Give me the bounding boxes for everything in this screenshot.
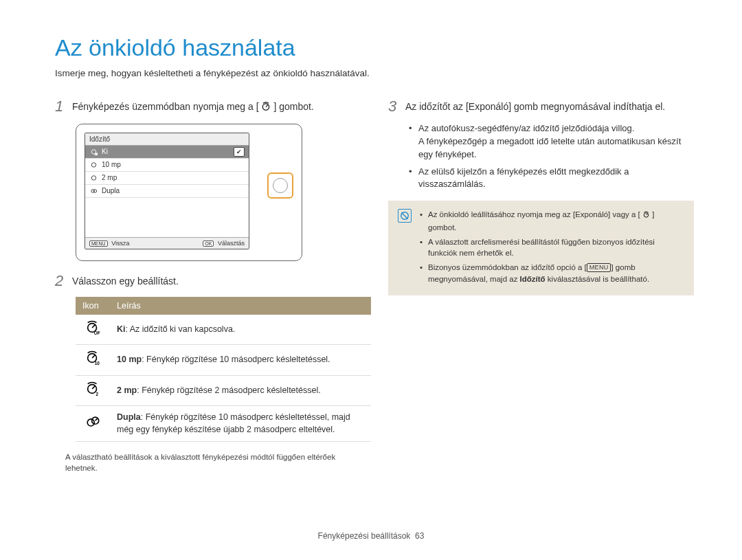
row-rest: : Fénykép rögzítése 10 másodperc késlelt… — [142, 355, 330, 364]
svg-point-4 — [91, 176, 95, 180]
table-row: Dupla: Fénykép rögzítése 10 másodperc ké… — [76, 406, 371, 442]
list-item: Az elülső kijelzőn a fényképezés előtt m… — [409, 166, 694, 192]
menu-chip: MENU — [587, 263, 611, 272]
shutter-button-highlight — [267, 172, 293, 199]
timer-10-icon — [89, 161, 98, 169]
page-title: Az önkioldó használata — [55, 34, 694, 61]
svg-text:OFF: OFF — [94, 153, 97, 155]
row-rest: : Az időzítő ki van kapcsolva. — [126, 324, 236, 334]
menu-item-label: 10 mp — [102, 161, 121, 168]
footer-page: 63 — [415, 531, 424, 541]
step1-after: ] gombot. — [273, 101, 313, 112]
step-text: Fényképezés üzemmódban nyomja meg a [ ] … — [72, 99, 314, 115]
footer-select-label: Választás — [218, 240, 245, 247]
info-list: Az önkioldó leállításához nyomja meg az … — [420, 209, 684, 287]
list-item: Bizonyos üzemmódokban az időzítő opció a… — [420, 262, 684, 284]
table-row: 10 10 mp: Fénykép rögzítése 10 másodperc… — [76, 345, 371, 376]
th-desc: Leírás — [110, 297, 371, 315]
svg-text:10: 10 — [95, 361, 100, 366]
menu-item: 2 mp — [85, 172, 249, 185]
bullet-line1: Az elülső kijelzőn a fényképezés előtt m… — [418, 166, 629, 190]
menu-item-label: 2 mp — [102, 174, 117, 181]
info-icon — [398, 209, 412, 223]
info3-after: kiválasztásával is beállítható. — [546, 275, 650, 283]
step-number: 1 — [55, 99, 65, 115]
row-rest: : Fénykép rögzítése 10 másodperc késlelt… — [117, 412, 350, 434]
table-footnote: A választható beállítások a kiválasztott… — [65, 451, 361, 473]
timer-double-icon — [89, 187, 98, 195]
info3-bold: Időzítő — [520, 275, 546, 283]
camera-illustration: Időzítő OFF Ki 10 mp — [76, 124, 361, 261]
step-1: 1 Fényképezés üzemmódban nyomja meg a [ … — [55, 99, 361, 115]
timer-double-icon — [76, 406, 110, 442]
step-text: Válasszon egy beállítást. — [72, 273, 179, 289]
svg-point-3 — [91, 163, 95, 167]
camera-screen: Időzítő OFF Ki 10 mp — [85, 133, 249, 249]
step3-sublist: Az autofókusz-segédfény/az időzítő jelző… — [388, 122, 694, 191]
info3-before: Bizonyos üzemmódokban az időzítő opció a… — [428, 263, 587, 271]
menu-chip: MENU — [89, 240, 108, 247]
ok-chip: OK — [203, 240, 214, 247]
step1-before: Fényképezés üzemmódban nyomja meg a [ — [72, 101, 259, 112]
screen-menu-title: Időzítő — [85, 133, 249, 146]
step-text: Az időzítőt az [Exponáló] gomb megnyomás… — [405, 99, 665, 114]
timer-2-icon — [89, 174, 98, 182]
svg-text:2: 2 — [96, 392, 99, 396]
table-row: 2 2 mp: Fénykép rögzítése 2 másodperc ké… — [76, 375, 371, 406]
left-column: 1 Fényképezés üzemmódban nyomja meg a [ … — [55, 99, 361, 473]
step-2: 2 Válasszon egy beállítást. — [55, 273, 361, 289]
list-item: Az autofókusz-segédfény/az időzítő jelző… — [409, 122, 694, 161]
menu-item-label: Ki — [102, 148, 108, 155]
footer-label: Fényképezési beállítások — [318, 531, 411, 541]
menu-item-label: Dupla — [102, 187, 120, 194]
timer-off-icon: OFF — [89, 148, 98, 156]
info1-before: Az önkioldó leállításához nyomja meg az … — [428, 210, 640, 219]
right-column: 3 Az időzítőt az [Exponáló] gomb megnyom… — [388, 99, 694, 473]
menu-item: 10 mp — [85, 159, 249, 172]
timer-icon — [261, 102, 271, 115]
settings-table: Ikon Leírás OFF Ki: Az időzítő ki van ka… — [76, 297, 371, 443]
table-row: OFF Ki: Az időzítő ki van kapcsolva. — [76, 315, 371, 345]
info-box: Az önkioldó leállításához nyomja meg az … — [388, 201, 694, 295]
row-term: 10 mp — [117, 355, 142, 364]
svg-text:OFF: OFF — [94, 331, 100, 335]
footer-back-label: Vissza — [111, 240, 129, 247]
page-footer: Fényképezési beállítások 63 — [0, 531, 742, 541]
list-item: A választott arcfelismerési beállítástól… — [420, 236, 684, 259]
row-term: Dupla — [117, 412, 141, 422]
step-number: 2 — [55, 273, 65, 289]
th-icon: Ikon — [76, 297, 110, 315]
bullet-line2: A fényképezőgép a megadott idő letelte u… — [418, 136, 681, 159]
timer-10-icon: 10 — [76, 345, 110, 376]
step-number: 3 — [388, 99, 398, 114]
page-subtitle: Ismerje meg, hogyan késleltetheti a fény… — [55, 68, 694, 78]
svg-point-6 — [93, 190, 97, 193]
bullet-line1: Az autofókusz-segédfény/az időzítő jelző… — [418, 123, 634, 133]
row-term: Ki — [117, 324, 126, 334]
timer-icon — [642, 210, 650, 222]
screen-footer: MENU Vissza OK Választás — [85, 237, 249, 249]
step-3: 3 Az időzítőt az [Exponáló] gomb megnyom… — [388, 99, 694, 114]
svg-point-13 — [87, 419, 94, 426]
timer-off-icon: OFF — [76, 315, 110, 345]
menu-item-selected: OFF Ki — [85, 146, 249, 159]
svg-point-0 — [263, 104, 269, 110]
list-item: Az önkioldó leállításához nyomja meg az … — [420, 209, 684, 233]
row-term: 2 mp — [117, 385, 137, 395]
timer-2-icon: 2 — [76, 375, 110, 406]
row-rest: : Fénykép rögzítése 2 másodperc késlelte… — [137, 385, 321, 395]
menu-item: Dupla — [85, 185, 249, 198]
